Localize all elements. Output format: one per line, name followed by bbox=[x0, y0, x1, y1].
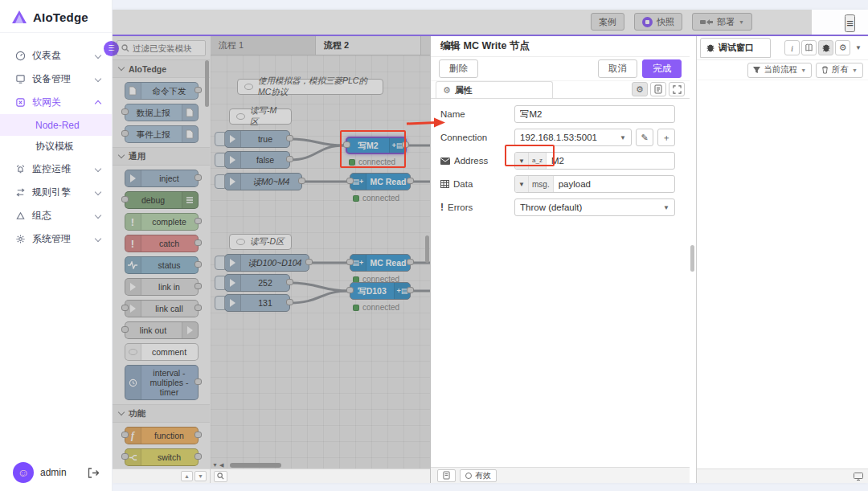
sidebar-item[interactable]: 规则引擎 bbox=[0, 181, 112, 204]
tab-properties[interactable]: ⚙ 属性 bbox=[436, 81, 553, 98]
palette-node[interactable]: link call bbox=[125, 300, 199, 317]
cancel-button[interactable]: 取消 bbox=[598, 59, 637, 78]
delete-button[interactable]: 删除 bbox=[439, 59, 478, 78]
comment-node[interactable]: 读写-M区 bbox=[229, 108, 292, 125]
scroll-left-icon[interactable]: ◀ bbox=[219, 462, 223, 468]
connection-select[interactable]: 192.168.1.53:5001▼ bbox=[514, 129, 632, 146]
inject-button[interactable] bbox=[215, 296, 225, 310]
mc-node[interactable]: ▤+MC Read bbox=[350, 173, 411, 190]
inject-node[interactable]: false bbox=[224, 151, 290, 169]
mc-node[interactable]: 写M2+▤ bbox=[346, 137, 407, 154]
palette-collapse-all-button[interactable]: ▲ bbox=[181, 471, 193, 481]
sidebar-options-caret[interactable]: ▼ bbox=[852, 44, 865, 51]
done-button[interactable]: 完成 bbox=[642, 59, 682, 78]
inject-node[interactable]: true bbox=[224, 130, 290, 148]
sidebar-item[interactable]: 系统管理 bbox=[0, 227, 112, 251]
enabled-toggle-button[interactable]: 有效 bbox=[460, 469, 497, 482]
edit-connection-button[interactable]: ✎ bbox=[636, 129, 653, 146]
canvas-vertical-scrollbar[interactable] bbox=[425, 235, 429, 263]
flow-tab[interactable]: 流程 2 bbox=[316, 36, 421, 55]
palette-node[interactable]: link in bbox=[125, 278, 199, 296]
palette-node[interactable]: !catch bbox=[125, 235, 199, 252]
palette-node[interactable]: 事件上报 bbox=[125, 125, 199, 143]
edit-tray: 编辑 MC Write 节点 删除 取消 完成 ⚙ 属性 ⚙ bbox=[430, 36, 690, 483]
appearance-icon-button[interactable] bbox=[669, 82, 685, 96]
palette-category[interactable]: AIoTedge bbox=[113, 59, 210, 78]
palette-node[interactable]: comment bbox=[125, 343, 199, 361]
clear-all-button[interactable]: 所有▼ bbox=[816, 63, 863, 78]
palette-node[interactable]: link out bbox=[125, 321, 199, 339]
config-tab-button[interactable]: ⚙ bbox=[835, 40, 850, 55]
scroll-down-icon[interactable]: ▼ bbox=[212, 462, 218, 468]
inject-button[interactable] bbox=[215, 174, 225, 189]
case-button[interactable]: 案例 bbox=[591, 13, 624, 31]
name-input[interactable] bbox=[514, 105, 675, 123]
palette-node[interactable]: ffunction bbox=[125, 427, 199, 444]
data-type[interactable]: msg. bbox=[529, 176, 554, 192]
palette-node[interactable]: interval - multiples - timer bbox=[125, 365, 199, 400]
canvas-search-button[interactable] bbox=[214, 471, 227, 482]
canvas-horizontal-scrollbar[interactable]: ▼ ◀ bbox=[211, 462, 430, 468]
avatar[interactable]: ☺ bbox=[13, 462, 34, 483]
palette-expand-all-button[interactable]: ▼ bbox=[194, 471, 207, 481]
node-info-button[interactable] bbox=[437, 469, 456, 482]
filter-flow-button[interactable]: 当前流程▼ bbox=[747, 63, 812, 78]
inject-node[interactable]: 读M0~M4 bbox=[224, 173, 302, 190]
palette-category[interactable]: 通用 bbox=[113, 147, 210, 166]
help-tab-button[interactable] bbox=[801, 40, 817, 55]
tray-scrollbar[interactable] bbox=[690, 36, 696, 483]
inject-button[interactable] bbox=[215, 153, 225, 167]
chevron-down-icon bbox=[95, 166, 101, 172]
sidebar-item[interactable]: 软网关 bbox=[0, 91, 112, 114]
errors-select[interactable]: Throw (default)▼ bbox=[514, 198, 675, 216]
sidebar-collapse-button[interactable]: ☰ bbox=[104, 41, 119, 56]
palette-node[interactable]: !complete bbox=[125, 213, 199, 231]
inject-button[interactable] bbox=[215, 256, 225, 270]
node-red-header: 案例 快照 部署▼ bbox=[113, 10, 812, 35]
palette-node[interactable]: switch bbox=[125, 448, 199, 466]
address-type[interactable]: a_z bbox=[529, 153, 547, 169]
tab-debug[interactable]: 调试窗口 bbox=[700, 38, 771, 58]
properties-icon-button[interactable]: ⚙ bbox=[632, 82, 648, 96]
address-type-caret[interactable]: ▼ bbox=[515, 153, 529, 169]
open-window-icon[interactable] bbox=[854, 473, 863, 481]
palette-search[interactable] bbox=[117, 40, 206, 56]
palette-node[interactable]: debug bbox=[125, 191, 199, 209]
data-input[interactable]: payload bbox=[554, 176, 674, 192]
palette-scrollbar[interactable] bbox=[205, 60, 209, 107]
sidebar-subitem[interactable]: Node-Red bbox=[0, 114, 112, 136]
flow-tab[interactable]: 流程 1 bbox=[211, 36, 316, 55]
sidebar-item[interactable]: 监控运维 bbox=[0, 158, 112, 181]
logout-icon[interactable] bbox=[88, 468, 99, 478]
palette-node[interactable]: status bbox=[125, 256, 199, 274]
add-connection-button[interactable]: ＋ bbox=[657, 129, 675, 146]
palette-search-input[interactable] bbox=[133, 43, 197, 53]
palette-category[interactable]: 功能 bbox=[113, 404, 210, 423]
inject-button[interactable] bbox=[215, 132, 225, 146]
sidebar-subitem[interactable]: 协议模板 bbox=[0, 136, 112, 158]
main-menu-icon[interactable]: ≡ bbox=[845, 14, 855, 32]
data-type-caret[interactable]: ▼ bbox=[515, 176, 529, 192]
description-icon-button[interactable] bbox=[650, 82, 666, 96]
palette-node[interactable]: 数据上报 bbox=[125, 104, 199, 121]
info-tab-button[interactable]: i bbox=[784, 40, 800, 55]
sidebar-item[interactable]: 仪表盘 bbox=[0, 44, 112, 68]
debug-tab-button[interactable] bbox=[818, 40, 833, 55]
inject-node[interactable]: 252 bbox=[224, 274, 290, 292]
snapshot-button[interactable]: 快照 bbox=[634, 13, 682, 31]
comment-node[interactable]: 读写-D区 bbox=[229, 234, 292, 250]
mc-node[interactable]: 写D103+▤ bbox=[350, 282, 411, 300]
deploy-button[interactable]: 部署▼ bbox=[692, 13, 752, 31]
sidebar-item[interactable]: 设备管理 bbox=[0, 68, 112, 91]
palette-node[interactable]: 命令下发 bbox=[125, 82, 199, 100]
system-icon bbox=[14, 234, 26, 245]
inject-node[interactable]: 131 bbox=[224, 294, 290, 312]
inject-button[interactable] bbox=[215, 276, 225, 290]
address-input[interactable]: M2 bbox=[547, 153, 674, 169]
inject-node[interactable]: 读D100~D104 bbox=[224, 254, 309, 272]
flow-workspace[interactable]: 使用模拟器，模拟三菱PLC的MC协议读写-M区读写-D区 true false … bbox=[211, 55, 430, 468]
comment-node[interactable]: 使用模拟器，模拟三菱PLC的MC协议 bbox=[237, 79, 383, 95]
sidebar-item[interactable]: 组态 bbox=[0, 204, 112, 227]
palette-node[interactable]: inject bbox=[125, 170, 199, 187]
mc-node[interactable]: ▤+MC Read bbox=[350, 254, 411, 272]
